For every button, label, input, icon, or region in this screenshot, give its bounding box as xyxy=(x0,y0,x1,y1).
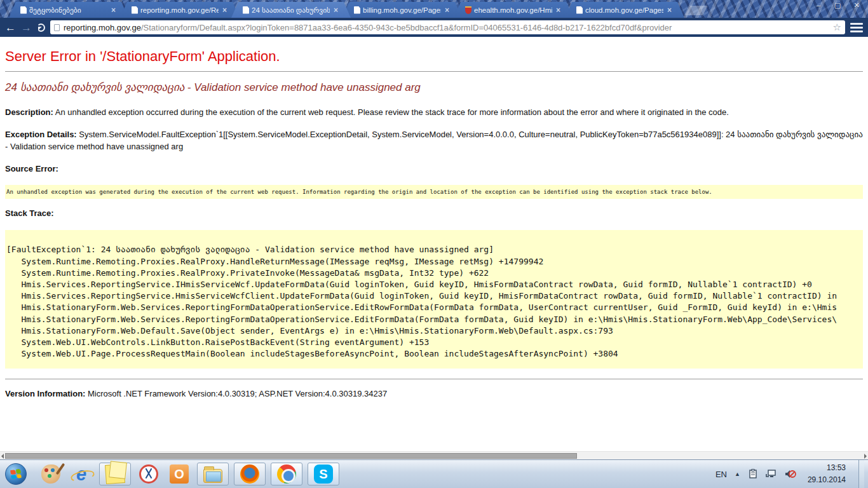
clock[interactable]: 13:53 29.10.2014 xyxy=(808,462,846,485)
windows-taskbar: e O S EN ▲ 13:53 29.10.2014 xyxy=(0,459,868,488)
tab-cloud[interactable]: cloud.moh.gov.ge/Pages × xyxy=(565,2,684,18)
tab-notifications[interactable]: შეტყობინებები × xyxy=(9,2,128,18)
version-label: Version Information: xyxy=(5,389,85,398)
tab-close-icon[interactable]: × xyxy=(110,6,117,15)
source-error-row: Source Error: xyxy=(5,163,863,175)
source-error-text: An unhandled exception was generated dur… xyxy=(6,187,862,196)
page-favicon-icon xyxy=(20,6,27,14)
taskbar-item-sticky-notes[interactable] xyxy=(99,463,131,485)
maximize-button[interactable]: ▢ xyxy=(831,1,844,10)
firefox-icon xyxy=(240,464,259,484)
chrome-menu-icon[interactable] xyxy=(850,23,863,32)
url-text[interactable]: reporting.moh.gov.ge/Stationaryform/Defa… xyxy=(64,23,829,32)
scroll-right-arrow-icon[interactable] xyxy=(864,454,867,459)
tab-stationary-form-active[interactable]: 24 საათიანი დახურვის ვ × xyxy=(231,2,351,18)
error-page-subtitle: 24 საათიანი დახურვის ვალიდაცია - Validat… xyxy=(5,81,863,94)
tab-title: შეტყობინებები xyxy=(29,6,107,15)
stack-trace-row: Stack Trace: xyxy=(5,208,863,220)
scrollbar-thumb[interactable] xyxy=(5,453,577,459)
network-icon[interactable] xyxy=(766,469,777,479)
new-tab-button[interactable] xyxy=(685,6,708,15)
tab-close-icon[interactable]: × xyxy=(555,6,562,15)
tab-title: cloud.moh.gov.ge/Pages xyxy=(585,6,663,14)
tab-title: ehealth.moh.gov.ge/Hmis xyxy=(474,6,552,14)
tray-expand-arrow-icon[interactable]: ▲ xyxy=(735,471,740,477)
tab-close-icon[interactable]: × xyxy=(332,6,339,15)
chrome-icon xyxy=(277,464,296,484)
tray-time: 13:53 xyxy=(808,462,846,474)
page-favicon-icon xyxy=(132,6,138,14)
show-desktop-button[interactable] xyxy=(858,460,864,488)
titlebar: შეტყობინებები × reporting.moh.gov.ge/Rep… xyxy=(0,0,868,18)
tray-date: 29.10.2014 xyxy=(808,474,846,486)
snipping-tool-icon xyxy=(139,464,158,484)
stack-trace-label: Stack Trace: xyxy=(5,208,54,218)
taskbar-item-firefox[interactable] xyxy=(234,463,266,485)
error-page-title: Server Error in '/StationaryForm' Applic… xyxy=(5,48,863,65)
taskbar-item-internet-explorer[interactable]: e xyxy=(69,463,94,485)
tab-ehealth[interactable]: ehealth.moh.gov.ge/Hmis × xyxy=(454,2,573,18)
navigation-toolbar: ← → reporting.moh.gov.ge/Stationaryform/… xyxy=(0,18,868,37)
outlook-icon: O xyxy=(170,464,189,484)
stack-trace-box: [FaultException`1: 24 საათიანი დახურვის … xyxy=(5,230,863,369)
window-controls: – ▢ ✕ xyxy=(812,1,863,10)
taskbar-item-explorer[interactable] xyxy=(197,463,229,485)
divider xyxy=(5,379,863,379)
close-button[interactable]: ✕ xyxy=(850,1,863,10)
exception-details-text: System.ServiceModel.FaultException`1[[Sy… xyxy=(5,130,863,151)
tab-title: reporting.moh.gov.ge/Rep xyxy=(140,6,219,14)
windows-explorer-icon xyxy=(203,469,222,483)
tab-close-icon[interactable]: × xyxy=(444,6,451,15)
taskbar-item-paint[interactable] xyxy=(38,463,64,485)
exception-details-row: Exception Details: System.ServiceModel.F… xyxy=(5,129,863,153)
address-bar[interactable]: reporting.moh.gov.ge/Stationaryform/Defa… xyxy=(50,20,845,34)
source-error-label: Source Error: xyxy=(5,164,58,173)
taskbar-item-snipping-tool[interactable] xyxy=(136,463,161,485)
bookmark-star-icon[interactable]: ☆ xyxy=(833,22,841,33)
start-button[interactable] xyxy=(5,463,27,485)
system-tray: EN ▲ 13:53 29.10.2014 xyxy=(715,460,867,488)
page-favicon-icon xyxy=(576,6,583,14)
aspnet-error-page: Server Error in '/StationaryForm' Applic… xyxy=(5,48,863,400)
scroll-left-arrow-icon[interactable] xyxy=(1,454,4,459)
back-button[interactable]: ← xyxy=(5,22,16,33)
divider xyxy=(5,71,863,72)
description-row: Description: An unhandled exception occu… xyxy=(5,107,863,119)
exception-details-label: Exception Details: xyxy=(5,130,77,139)
tab-title: billing.moh.gov.ge/Pages xyxy=(363,6,441,14)
tab-close-icon[interactable]: × xyxy=(666,6,673,15)
reload-button[interactable] xyxy=(37,24,45,32)
stack-trace-text: [FaultException`1: 24 საათიანი დახურვის … xyxy=(6,233,862,360)
paint-icon xyxy=(41,464,60,484)
version-row: Version Information: Microsoft .NET Fram… xyxy=(5,388,863,400)
source-error-box: An unhandled exception was generated dur… xyxy=(5,185,863,199)
action-center-icon[interactable] xyxy=(748,469,758,479)
browser-window: შეტყობინებები × reporting.moh.gov.ge/Rep… xyxy=(0,0,868,459)
taskbar-item-skype[interactable]: S xyxy=(308,463,339,485)
windows-logo-icon xyxy=(10,469,22,479)
url-path: /Stationaryform/Default.aspx?loginToken=… xyxy=(141,23,672,32)
taskbar-item-outlook[interactable]: O xyxy=(166,463,192,485)
page-viewport: Server Error in '/StationaryForm' Applic… xyxy=(0,37,868,451)
minimize-button[interactable]: – xyxy=(812,1,825,10)
horizontal-scrollbar[interactable] xyxy=(0,451,868,459)
version-text: Microsoft .NET Framework Version:4.0.303… xyxy=(88,389,387,398)
page-favicon-icon xyxy=(354,6,360,14)
volume-muted-icon[interactable] xyxy=(785,469,796,479)
tab-title: 24 საათიანი დახურვის ვ xyxy=(252,6,330,15)
taskbar-item-chrome[interactable] xyxy=(271,463,302,485)
forward-button[interactable]: → xyxy=(21,22,32,33)
page-icon xyxy=(54,24,60,31)
tab-close-icon[interactable]: × xyxy=(221,6,228,15)
skype-icon: S xyxy=(314,464,333,484)
internet-explorer-icon: e xyxy=(72,464,91,484)
sticky-notes-icon xyxy=(105,464,125,484)
tab-billing[interactable]: billing.moh.gov.ge/Pages × xyxy=(342,2,462,18)
tab-strip: შეტყობინებები × reporting.moh.gov.ge/Rep… xyxy=(9,2,705,18)
emblem-favicon-icon xyxy=(465,6,471,14)
language-indicator[interactable]: EN xyxy=(715,470,727,479)
page-favicon-icon xyxy=(243,6,249,14)
tab-reporting[interactable]: reporting.moh.gov.ge/Rep × xyxy=(120,2,240,18)
description-label: Description: xyxy=(5,107,53,117)
url-domain: reporting.moh.gov.ge xyxy=(64,23,141,32)
